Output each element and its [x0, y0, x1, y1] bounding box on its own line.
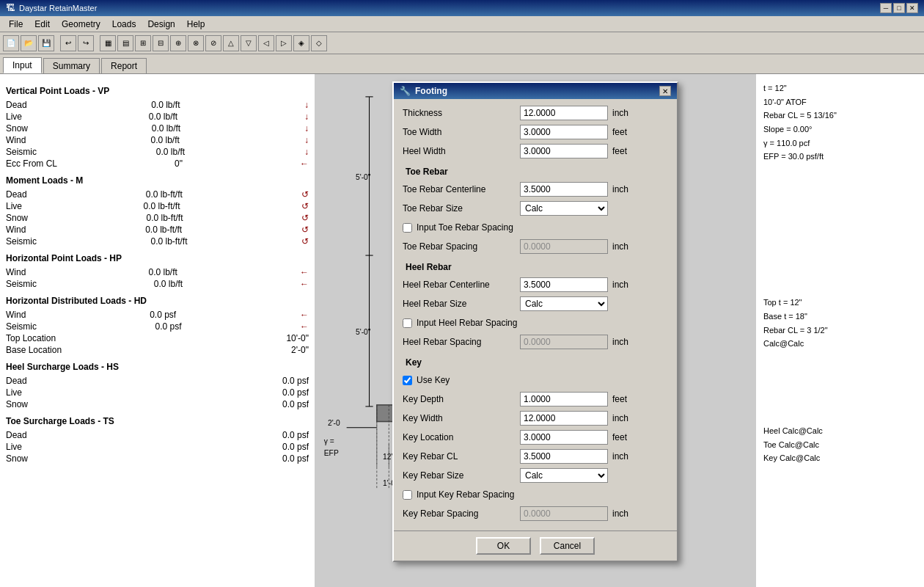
- key-rebar-spacing-unit: inch: [612, 508, 634, 519]
- key-rebar-cl-unit: inch: [612, 451, 634, 462]
- toe-rebar-spacing-row: Toe Rebar Spacing inch: [403, 238, 668, 255]
- info-rebar-cl: Rebar CL = 5 13/16": [763, 109, 917, 123]
- cancel-button[interactable]: Cancel: [540, 537, 595, 555]
- toe-rebar-cl-input[interactable]: [520, 182, 608, 197]
- dialog-footer: OK Cancel: [394, 531, 677, 561]
- toolbar-b6[interactable]: ⊗: [188, 35, 204, 51]
- footing-dialog: 🔧 Footing ✕ Thickness inch Toe Width: [392, 81, 678, 562]
- diagram-area: HS 5'-0" 5'-0" 2'-0 γ = EFP 12": [315, 74, 755, 587]
- key-rebar-cl-input[interactable]: [520, 449, 608, 464]
- toolbar-undo[interactable]: ↩: [60, 35, 76, 51]
- toe-rebar-cl-label: Toe Rebar Centerline: [403, 184, 520, 194]
- main-area: Vertical Point Loads - VP Dead 0.0 lb/ft…: [0, 74, 924, 587]
- input-key-spacing-label: Input Key Rebar Spacing: [417, 489, 534, 500]
- menu-geometry[interactable]: Geometry: [56, 18, 106, 31]
- heel-rebar-cl-unit: inch: [612, 280, 634, 290]
- key-width-input[interactable]: [520, 411, 608, 426]
- title-bar: 🏗 Daystar RetainMaster ─ □ ✕: [0, 0, 924, 16]
- menu-loads[interactable]: Loads: [106, 18, 142, 31]
- toolbar-open[interactable]: 📂: [21, 35, 37, 51]
- info-rebar-cl2: Rebar CL = 3 1/2": [763, 324, 917, 338]
- toolbar-b11[interactable]: ▷: [276, 35, 292, 51]
- toolbar-b5[interactable]: ⊕: [170, 35, 186, 51]
- vp-dead-value: 0.0 lb/ft: [151, 100, 180, 110]
- key-rebar-cl-label: Key Rebar CL: [403, 451, 520, 462]
- dialog-close-btn[interactable]: ✕: [659, 86, 671, 96]
- input-toe-spacing-label: Input Toe Rebar Spacing: [417, 222, 534, 233]
- toe-rebar-size-select[interactable]: Calc: [520, 201, 608, 216]
- toe-rebar-spacing-label: Toe Rebar Spacing: [403, 241, 520, 252]
- toolbar-b10[interactable]: ◁: [258, 35, 274, 51]
- tab-summary[interactable]: Summary: [43, 58, 100, 73]
- toolbar-b7[interactable]: ⊘: [205, 35, 221, 51]
- toolbar-new[interactable]: 📄: [3, 35, 19, 51]
- vp-seismic-value: 0.0 lb/ft: [156, 147, 185, 157]
- heel-width-input[interactable]: [520, 144, 608, 158]
- hd-base-location: Base Location 2'-0": [6, 344, 309, 356]
- input-heel-spacing-checkbox[interactable]: [403, 318, 412, 328]
- maximize-btn[interactable]: □: [893, 3, 905, 13]
- thickness-input[interactable]: [520, 106, 608, 120]
- tab-report[interactable]: Report: [101, 58, 147, 73]
- toe-rebar-cl-row: Toe Rebar Centerline inch: [403, 181, 668, 197]
- toe-rebar-cl-unit: inch: [612, 184, 634, 194]
- info-calc-calc: Calc@Calc: [763, 337, 917, 351]
- key-location-unit: feet: [612, 432, 634, 442]
- hs-dead: Dead 0.0 psf: [6, 375, 309, 387]
- heel-rebar-spacing-input[interactable]: [520, 335, 608, 349]
- key-depth-input[interactable]: [520, 392, 608, 406]
- toolbar-save[interactable]: 💾: [38, 35, 54, 51]
- hd-top-location: Top Location 10'-0": [6, 332, 309, 344]
- heel-rebar-size-select[interactable]: Calc: [520, 296, 608, 311]
- toolbar-b3[interactable]: ⊞: [135, 35, 151, 51]
- toolbar-b8[interactable]: △: [223, 35, 239, 51]
- m-snow: Snow 0.0 lb-ft/ft ↺: [6, 212, 309, 224]
- key-location-input[interactable]: [520, 430, 608, 445]
- heel-rebar-cl-input[interactable]: [520, 277, 608, 292]
- ok-button[interactable]: OK: [476, 537, 531, 555]
- left-panel: Vertical Point Loads - VP Dead 0.0 lb/ft…: [0, 74, 315, 587]
- toolbar-b12[interactable]: ◈: [293, 35, 309, 51]
- section-hd: Horizontal Distributed Loads - HD: [6, 296, 309, 306]
- info-efp: EFP = 30.0 psf/ft: [763, 150, 917, 164]
- section-vp: Vertical Point Loads - VP: [6, 86, 309, 96]
- vp-snow-arrow: ↓: [304, 123, 309, 134]
- input-key-spacing-checkbox[interactable]: [403, 490, 412, 500]
- key-header: Key: [403, 356, 668, 369]
- close-btn[interactable]: ✕: [906, 3, 918, 13]
- toolbar-b4[interactable]: ⊟: [153, 35, 169, 51]
- input-toe-spacing-checkbox[interactable]: [403, 223, 412, 233]
- use-key-checkbox[interactable]: [403, 376, 412, 385]
- vp-ecc: Ecc From CL 0" ←: [6, 158, 309, 169]
- vp-wind-value: 0.0 lb/ft: [150, 135, 179, 145]
- menu-design[interactable]: Design: [142, 18, 180, 31]
- vp-live-value: 0.0 lb/ft: [149, 112, 177, 122]
- m-seismic: Seismic 0.0 lb-ft/ft ↺: [6, 236, 309, 247]
- toolbar-b1[interactable]: ▦: [100, 35, 116, 51]
- ts-live: Live 0.0 psf: [6, 441, 309, 453]
- toolbar-b9[interactable]: ▽: [241, 35, 257, 51]
- tab-input[interactable]: Input: [3, 57, 42, 73]
- hs-live: Live 0.0 psf: [6, 387, 309, 398]
- toe-width-unit: feet: [612, 127, 634, 137]
- minimize-btn[interactable]: ─: [880, 3, 892, 13]
- toe-width-input[interactable]: [520, 125, 608, 139]
- toolbar-redo[interactable]: ↪: [78, 35, 94, 51]
- hd-wind: Wind 0.0 psf ←: [6, 309, 309, 321]
- menu-file[interactable]: File: [3, 18, 29, 31]
- ts-dead: Dead 0.0 psf: [6, 429, 309, 441]
- info-base-t: Base t = 18": [763, 310, 917, 324]
- heel-width-unit: feet: [612, 146, 634, 156]
- vp-ecc-arrow: ←: [300, 158, 309, 169]
- input-key-spacing-row: Input Key Rebar Spacing: [403, 486, 668, 503]
- hd-seismic: Seismic 0.0 psf ←: [6, 321, 309, 332]
- vp-wind-label: Wind: [6, 135, 26, 145]
- menu-edit[interactable]: Edit: [29, 18, 56, 31]
- toe-rebar-spacing-input[interactable]: [520, 239, 608, 254]
- menu-help[interactable]: Help: [181, 18, 211, 31]
- m-wind: Wind 0.0 lb-ft/ft ↺: [6, 224, 309, 236]
- key-rebar-spacing-input[interactable]: [520, 506, 608, 521]
- toolbar-b13[interactable]: ◇: [311, 35, 327, 51]
- toolbar-b2[interactable]: ▤: [117, 35, 133, 51]
- key-rebar-size-select[interactable]: Calc: [520, 468, 608, 483]
